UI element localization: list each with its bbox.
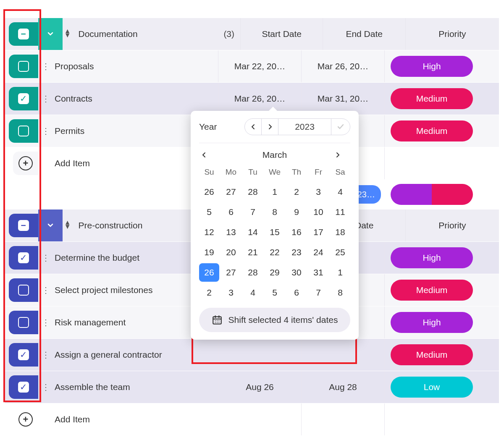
- calendar-day[interactable]: 28: [243, 263, 263, 282]
- calendar-day[interactable]: 26: [199, 263, 219, 282]
- collapse-button-preconstruction[interactable]: [38, 210, 62, 241]
- item-name[interactable]: Assemble the team: [53, 371, 218, 403]
- drag-handle-icon[interactable]: ⋮: [39, 317, 53, 327]
- calendar-day[interactable]: 2: [286, 183, 307, 201]
- start-date-cell[interactable]: Mar 26, 20…: [218, 83, 302, 115]
- end-date-cell[interactable]: Mar 31, 20…: [302, 83, 385, 115]
- drag-handle-icon[interactable]: ⋮: [39, 61, 53, 71]
- add-item-button[interactable]: +: [13, 152, 38, 175]
- calendar-day[interactable]: 1: [265, 183, 285, 201]
- item-name[interactable]: Assign a general contractor: [53, 339, 218, 371]
- row-checkbox[interactable]: [9, 119, 38, 143]
- calendar-day[interactable]: 7: [308, 283, 328, 302]
- sort-icon[interactable]: ▲▼: [63, 29, 77, 39]
- row-checkbox[interactable]: [9, 278, 38, 302]
- calendar-day[interactable]: 23: [286, 243, 307, 262]
- year-confirm-button[interactable]: [331, 119, 350, 135]
- end-date-cell[interactable]: [302, 339, 385, 371]
- calendar-day[interactable]: 19: [199, 243, 219, 262]
- calendar-day[interactable]: 13: [221, 223, 241, 241]
- calendar-day[interactable]: 4: [330, 183, 350, 201]
- calendar-day[interactable]: 4: [243, 283, 263, 302]
- row-checkbox[interactable]: ✓: [9, 375, 38, 399]
- calendar-day[interactable]: 3: [221, 283, 241, 302]
- calendar-day[interactable]: 5: [265, 283, 285, 302]
- end-date-cell[interactable]: Mar 26, 20…: [302, 50, 385, 82]
- calendar-day[interactable]: 29: [265, 263, 285, 282]
- calendar-day[interactable]: 7: [243, 203, 263, 221]
- calendar-day[interactable]: 12: [199, 223, 219, 241]
- month-label[interactable]: March: [262, 150, 287, 160]
- calendar-day[interactable]: 24: [308, 243, 328, 262]
- calendar-day[interactable]: 16: [286, 223, 307, 241]
- month-next-button[interactable]: [335, 152, 348, 158]
- dow-label: Sa: [330, 165, 350, 181]
- priority-badge[interactable]: Medium: [391, 280, 473, 301]
- priority-badge[interactable]: Medium: [391, 344, 473, 365]
- row-checkbox[interactable]: [9, 55, 38, 78]
- drag-handle-icon[interactable]: ⋮: [39, 126, 53, 136]
- priority-badge[interactable]: High: [391, 247, 473, 268]
- drag-handle-icon[interactable]: ⋮: [39, 350, 53, 360]
- priority-badge[interactable]: Medium: [391, 120, 473, 141]
- calendar-day[interactable]: 27: [221, 263, 241, 282]
- calendar-day[interactable]: 28: [243, 183, 263, 201]
- add-item-button[interactable]: +: [13, 408, 38, 431]
- calendar-day[interactable]: 1: [330, 263, 350, 282]
- calendar-day[interactable]: 6: [221, 203, 241, 221]
- start-date-cell[interactable]: Aug 26: [218, 371, 302, 403]
- calendar-day[interactable]: 8: [265, 203, 285, 221]
- row-checkbox[interactable]: ✓: [9, 343, 38, 367]
- priority-badge[interactable]: High: [391, 56, 473, 77]
- calendar-day[interactable]: 6: [286, 283, 307, 302]
- row-checkbox[interactable]: ✓: [9, 246, 38, 270]
- calendar-day[interactable]: 31: [308, 263, 328, 282]
- calendar-day[interactable]: 25: [330, 243, 350, 262]
- sort-icon[interactable]: ▲▼: [63, 220, 77, 231]
- calendar-day[interactable]: 11: [330, 203, 350, 221]
- add-item-label[interactable]: Add Item: [53, 403, 218, 435]
- shift-dates-button[interactable]: Shift selected 4 items' dates: [199, 308, 350, 332]
- year-display[interactable]: 2023: [278, 119, 331, 135]
- end-date-cell[interactable]: Aug 28: [302, 371, 385, 403]
- year-prev-button[interactable]: [245, 119, 262, 135]
- column-header-priority[interactable]: Priority: [406, 18, 499, 50]
- calendar-day[interactable]: 2: [199, 283, 219, 302]
- drag-handle-icon[interactable]: ⋮: [39, 382, 53, 392]
- calendar-day[interactable]: 14: [243, 223, 263, 241]
- priority-badge[interactable]: Medium: [391, 88, 473, 109]
- drag-handle-icon[interactable]: ⋮: [39, 285, 53, 295]
- calendar-day[interactable]: 9: [286, 203, 307, 221]
- calendar-day[interactable]: 27: [221, 183, 241, 201]
- group-checkbox-documentation[interactable]: −: [9, 22, 38, 46]
- calendar-day[interactable]: 10: [308, 203, 328, 221]
- column-header-end[interactable]: End Date: [323, 18, 405, 50]
- group-checkbox-preconstruction[interactable]: −: [9, 214, 38, 237]
- calendar-day[interactable]: 5: [199, 203, 219, 221]
- calendar-day[interactable]: 8: [330, 283, 350, 302]
- start-date-cell[interactable]: Mar 22, 20…: [218, 50, 302, 82]
- column-header-priority[interactable]: Priority: [406, 210, 499, 241]
- calendar-day[interactable]: 20: [221, 243, 241, 262]
- drag-handle-icon[interactable]: ⋮: [39, 253, 53, 263]
- calendar-day[interactable]: 3: [308, 183, 328, 201]
- calendar-day[interactable]: 22: [265, 243, 285, 262]
- calendar-day[interactable]: 30: [286, 263, 307, 282]
- calendar-day[interactable]: 15: [265, 223, 285, 241]
- start-date-cell[interactable]: [218, 339, 302, 371]
- collapse-button-documentation[interactable]: [38, 18, 62, 50]
- calendar-day[interactable]: 18: [330, 223, 350, 241]
- column-header-start[interactable]: Start Date: [241, 18, 323, 50]
- item-name[interactable]: Proposals: [53, 50, 218, 82]
- priority-badge[interactable]: High: [391, 312, 473, 333]
- calendar-day[interactable]: 17: [308, 223, 328, 241]
- drag-handle-icon[interactable]: ⋮: [39, 94, 53, 104]
- priority-badge[interactable]: Low: [391, 377, 473, 398]
- month-prev-button[interactable]: [202, 152, 214, 158]
- item-name[interactable]: Contracts: [53, 83, 218, 115]
- row-checkbox[interactable]: ✓: [9, 87, 38, 110]
- calendar-day[interactable]: 26: [199, 183, 219, 201]
- year-next-button[interactable]: [262, 119, 278, 135]
- row-checkbox[interactable]: [9, 311, 38, 334]
- calendar-day[interactable]: 21: [243, 243, 263, 262]
